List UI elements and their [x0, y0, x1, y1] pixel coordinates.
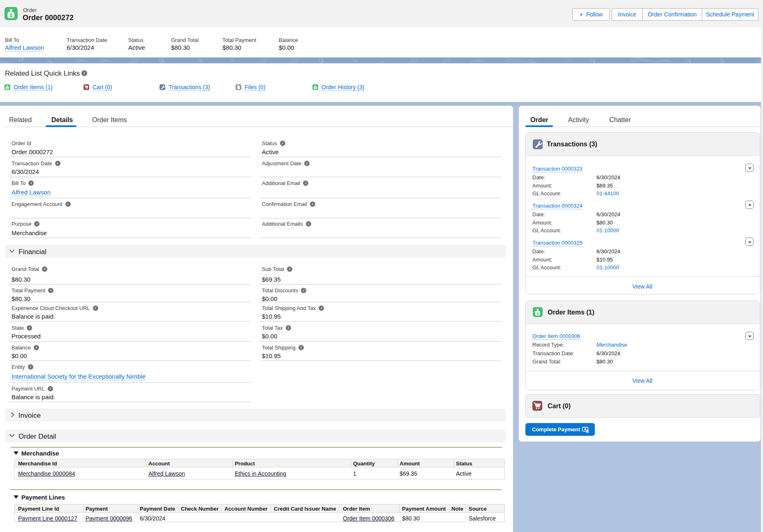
svg-text:$: $	[9, 13, 12, 19]
svg-text:$: $	[7, 87, 8, 89]
svg-text:$: $	[536, 312, 539, 316]
svg-text:$: $	[314, 87, 316, 89]
